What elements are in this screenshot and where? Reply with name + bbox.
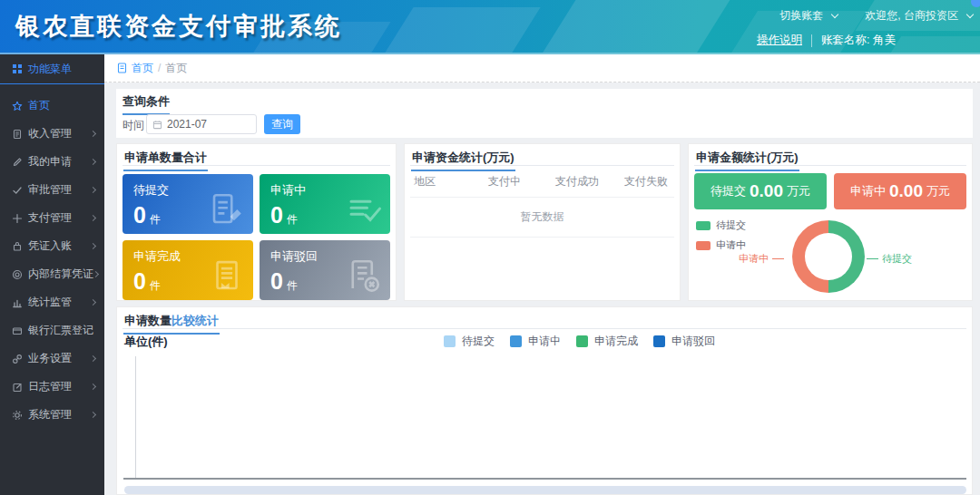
badge-value: 0.00 — [889, 181, 923, 201]
amount-panel: 申请金额统计(万元) 待提交 0.00 万元 申请中 0.00 万元 待提交 申… — [688, 143, 973, 301]
chevron-down-icon[interactable] — [966, 10, 974, 17]
welcome-dropdown[interactable]: 欢迎您, 台商投资区 — [865, 8, 958, 24]
sidebar-item-voucher-entry[interactable]: 凭证入账 — [0, 232, 104, 260]
card-value: 0 — [133, 268, 146, 294]
legend-swatch — [444, 335, 456, 347]
breadcrumb-home-link[interactable]: 首页 — [132, 61, 153, 76]
card-label: 申请完成 — [133, 248, 181, 265]
chevron-down-icon[interactable] — [831, 10, 838, 17]
sidebar-item-log-management[interactable]: 日志管理 — [0, 373, 104, 401]
time-input[interactable] — [167, 118, 240, 131]
stat-card-rejected: 申请驳回 0件 — [260, 240, 390, 300]
sidebar-item-bank-draft[interactable]: 银行汇票登记 — [0, 316, 104, 345]
breadcrumb-separator: / — [158, 62, 161, 74]
col-header-region: 地区 — [414, 174, 488, 189]
app-header: 银农直联资金支付审批系统 切换账套 欢迎您, 台商投资区 操作说明 账套名称: … — [0, 0, 980, 54]
card-unit: 件 — [150, 279, 161, 292]
legend-item-in-progress[interactable]: 申请中 — [696, 238, 746, 252]
sidebar-item-income[interactable]: 收入管理 — [0, 120, 104, 148]
sidebar-item-stats-supervision[interactable]: 统计监管 — [0, 288, 104, 316]
breadcrumb: 首页 / 首页 — [104, 54, 980, 82]
operation-guide-link[interactable]: 操作说明 — [757, 33, 802, 48]
card-value: 0 — [270, 268, 283, 294]
sidebar: 功能菜单 首页 收入管理 我的申请 — [0, 54, 104, 495]
y-axis-line — [135, 356, 136, 479]
legend-swatch — [576, 335, 588, 347]
legend-label: 申请中 — [716, 238, 746, 252]
legend-label: 申请驳回 — [671, 334, 715, 349]
compare-panel: 申请数量比较统计 单位(件) 待提交 申请中 申请完成 申请驳回 — [116, 306, 973, 495]
check-icon — [12, 185, 23, 196]
sidebar-item-business-settings[interactable]: 业务设置 — [0, 345, 104, 373]
legend-item-rejected[interactable]: 申请驳回 — [653, 334, 715, 349]
list-check-icon — [345, 190, 383, 228]
card-unit: 件 — [150, 213, 161, 226]
empty-state-text: 暂无数据 — [410, 198, 674, 238]
chevron-right-icon — [93, 271, 99, 277]
grid-icon — [12, 63, 23, 74]
chevron-right-icon — [90, 187, 96, 193]
sidebar-item-label: 收入管理 — [28, 126, 91, 141]
target-icon — [12, 269, 23, 280]
legend-item-in-progress[interactable]: 申请中 — [510, 334, 561, 349]
search-button[interactable]: 查询 — [264, 114, 300, 134]
legend-item-pending[interactable]: 待提交 — [696, 218, 746, 232]
edit-icon — [12, 382, 23, 393]
donut-label-right: 待提交 — [867, 252, 912, 266]
document-icon — [12, 129, 23, 140]
amount-badge-in-progress: 申请中 0.00 万元 — [834, 173, 966, 209]
sidebar-item-label: 日志管理 — [28, 379, 91, 394]
switch-account-button[interactable]: 切换账套 — [779, 8, 823, 24]
legend-label: 申请中 — [528, 334, 561, 349]
notification-dot-icon — [971, 0, 980, 7]
sidebar-item-label: 银行汇票登记 — [28, 323, 95, 338]
legend-label: 待提交 — [716, 218, 746, 232]
col-header-failed: 支付失败 — [624, 174, 674, 189]
legend-item-pending-submit[interactable]: 待提交 — [444, 334, 495, 349]
sidebar-item-my-applications[interactable]: 我的申请 — [0, 148, 104, 176]
funds-panel-title: 申请资金统计(万元) — [410, 144, 674, 166]
sidebar-item-home[interactable]: 首页 — [0, 92, 104, 120]
chevron-right-icon — [90, 243, 96, 249]
sidebar-item-label: 我的申请 — [28, 154, 91, 170]
document-x-icon — [345, 257, 383, 295]
date-picker[interactable] — [146, 114, 257, 134]
donut-chart — [792, 220, 865, 293]
stat-card-pending-submit: 待提交 0件 — [122, 174, 253, 234]
card-label: 待提交 — [133, 182, 169, 199]
account-name-label: 账套名称: 角美 — [821, 33, 896, 48]
legend-swatch — [653, 335, 665, 347]
sidebar-item-system-management[interactable]: 系统管理 — [0, 401, 104, 429]
sidebar-item-label: 统计监管 — [28, 295, 91, 310]
sidebar-item-label: 审批管理 — [28, 182, 91, 198]
document-icon — [208, 257, 246, 295]
sidebar-item-approval[interactable]: 审批管理 — [0, 176, 104, 204]
sidebar-item-internal-settlement[interactable]: 内部结算凭证 — [0, 260, 104, 288]
sidebar-item-label: 支付管理 — [28, 210, 91, 226]
link-icon — [12, 354, 23, 364]
plus-icon — [12, 213, 23, 224]
query-panel-title: 查询条件 — [122, 93, 170, 115]
sidebar-item-label: 凭证入账 — [28, 238, 91, 254]
legend-swatch — [510, 335, 522, 347]
sidebar-item-label: 业务设置 — [28, 351, 91, 366]
sidebar-item-payment[interactable]: 支付管理 — [0, 204, 104, 232]
card-label: 申请驳回 — [270, 248, 318, 265]
query-panel: 查询条件 时间 查询 — [116, 89, 973, 138]
briefcase-icon — [12, 241, 23, 252]
pencil-icon — [12, 157, 23, 168]
chevron-right-icon — [90, 383, 96, 390]
chevron-right-icon — [90, 131, 96, 137]
sidebar-header: 功能菜单 — [0, 54, 104, 84]
document-edit-icon — [208, 190, 246, 228]
divider — [811, 34, 812, 47]
legend-item-completed[interactable]: 申请完成 — [576, 334, 638, 349]
badge-label: 申请中 — [850, 183, 886, 199]
chevron-right-icon — [90, 355, 96, 362]
horizontal-scrollbar[interactable] — [124, 486, 966, 494]
sidebar-header-label: 功能菜单 — [28, 62, 72, 77]
page-icon — [117, 63, 127, 73]
card-value: 0 — [270, 202, 283, 228]
chevron-right-icon — [90, 215, 96, 221]
chevron-right-icon — [90, 299, 96, 306]
